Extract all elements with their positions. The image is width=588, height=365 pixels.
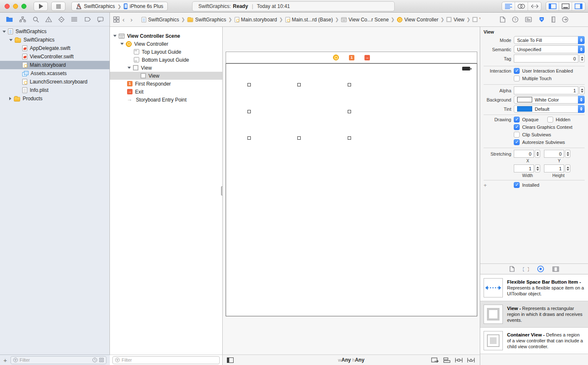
storyboard-canvas[interactable]: 1 → [223,27,480,355]
crumb-project[interactable]: SwiftGraphics [140,17,180,23]
navigator-filter-field[interactable] [10,356,107,364]
minimize-window-button[interactable] [13,4,18,9]
object-library-tab[interactable] [537,266,544,272]
outline-row-entry-point[interactable]: →Storyboard Entry Point [110,96,222,104]
canvas-subview[interactable] [348,136,351,140]
disclosure-triangle[interactable] [9,97,11,100]
canvas-subview[interactable] [297,136,301,140]
crumb-subview[interactable]: View [471,17,480,23]
resolve-issues-icon[interactable] [467,357,475,363]
stretching-x-field[interactable] [514,150,534,158]
test-navigator-tab[interactable] [58,16,65,23]
scm-status-icon[interactable] [99,357,104,362]
stretching-width-stepper[interactable] [535,164,540,172]
root-view[interactable] [226,63,477,316]
canvas-subview[interactable] [247,110,251,113]
canvas-subview[interactable] [247,136,251,140]
recent-files-clock-icon[interactable] [92,357,97,362]
stretching-height-field[interactable] [544,164,564,172]
run-button[interactable] [34,2,48,11]
semantic-dropdown[interactable]: Unspecified [514,45,585,53]
crumb-view[interactable]: View [445,17,465,23]
view-controller-icon[interactable] [333,55,339,60]
clip-subviews-checkbox[interactable] [514,132,520,138]
filter-input[interactable] [122,357,217,362]
stretching-y-stepper[interactable] [565,150,570,158]
alpha-field[interactable] [514,86,578,94]
disclosure-triangle[interactable] [113,35,117,37]
quick-help-inspector-tab[interactable]: ? [512,16,518,23]
tag-field[interactable] [514,55,578,63]
file-row-assets[interactable]: Assets.xcassets [0,69,109,78]
crumb-group[interactable]: SwiftGraphics [186,17,227,23]
search-navigator-tab[interactable] [33,16,39,23]
outline-row-subview[interactable]: View [110,72,222,80]
stack-embed-icon[interactable] [443,357,450,363]
zoom-window-button[interactable] [21,4,26,9]
code-snippet-library-tab[interactable]: { } [523,266,529,272]
outline-filter-field[interactable] [112,356,220,364]
project-navigator-tab[interactable] [6,16,13,22]
stretching-height-stepper[interactable] [565,164,570,172]
scheme-name[interactable]: SwiftGraphics [84,3,115,9]
report-navigator-tab[interactable] [97,17,104,22]
file-inspector-tab[interactable] [500,16,505,23]
opaque-checkbox[interactable] [514,117,520,123]
disclosure-triangle[interactable] [120,43,124,45]
outline-row-top-guide[interactable]: Top Layout Guide [110,48,222,56]
crumb-scene[interactable]: View Co...r Scene [340,17,390,23]
crumb-storyboard-base[interactable]: Main.st...rd (Base) [284,17,334,23]
file-template-library-tab[interactable] [510,266,515,272]
file-row-products[interactable]: Products [0,94,109,103]
back-button[interactable]: ‹ [120,16,127,23]
size-inspector-tab[interactable] [552,16,555,23]
scheme-selector[interactable]: SwiftGraphics ❯ iPhone 6s Plus [71,2,168,11]
tint-dropdown[interactable]: Default [514,105,585,113]
library-item-flexible-space[interactable]: Flexible Space Bar Button Item - Represe… [480,275,588,301]
autoresize-subviews-checkbox[interactable] [514,139,520,145]
file-row-group[interactable]: SwiftGraphics [0,36,109,44]
library-item-container-view[interactable]: Container View - Defines a region of a v… [480,328,588,354]
standard-editor-button[interactable] [502,2,515,10]
canvas-subview[interactable] [247,83,251,86]
close-window-button[interactable] [5,4,10,9]
multiple-touch-checkbox[interactable] [514,76,520,81]
forward-button[interactable]: › [127,16,135,23]
filter-input[interactable] [20,357,91,362]
breakpoint-navigator-tab[interactable] [84,17,91,22]
toggle-debug-area-button[interactable] [559,2,572,10]
disclosure-triangle[interactable] [9,39,13,41]
exit-icon[interactable]: → [364,55,370,60]
disclosure-triangle[interactable] [127,67,131,69]
outline-row-view[interactable]: View [110,64,222,72]
user-interaction-checkbox[interactable] [514,68,520,74]
stretching-y-field[interactable] [544,150,564,158]
file-row-infoplist[interactable]: Info.plist [0,86,109,94]
stretching-x-stepper[interactable] [535,150,540,158]
outline-row-bottom-guide[interactable]: Bottom Layout Guide [110,56,222,64]
alpha-stepper[interactable] [579,86,585,94]
file-row-viewcontroller[interactable]: ViewController.swift [0,52,109,61]
connections-inspector-tab[interactable] [562,16,568,23]
issue-navigator-tab[interactable] [45,16,52,22]
file-row-launchscreen[interactable]: LaunchScreen.storyboard [0,78,109,86]
tag-stepper[interactable] [579,55,585,63]
debug-navigator-tab[interactable] [71,17,78,22]
toggle-navigator-button[interactable] [546,2,559,10]
outline-row-exit[interactable]: →Exit [110,88,222,96]
library-item-view[interactable]: View - Represents a rectangular region i… [480,301,588,328]
first-responder-icon[interactable]: 1 [349,55,354,60]
stop-button[interactable] [51,2,65,11]
scheme-device[interactable]: iPhone 6s Plus [130,3,163,9]
media-library-tab[interactable] [552,266,559,272]
outline-row-scene[interactable]: View Controller Scene [110,32,222,40]
outline-row-first-responder[interactable]: 1First Responder [110,80,222,88]
canvas-subview[interactable] [348,83,351,86]
file-row-main-storyboard[interactable]: Main.storyboard [0,61,109,69]
update-frames-icon[interactable] [431,357,439,363]
crumb-storyboard[interactable]: Main.storyboard [234,17,278,23]
installed-checkbox[interactable] [514,182,520,188]
canvas-subview[interactable] [297,83,301,86]
symbol-navigator-tab[interactable] [19,16,26,22]
mode-dropdown[interactable]: Scale To Fill [514,36,585,44]
